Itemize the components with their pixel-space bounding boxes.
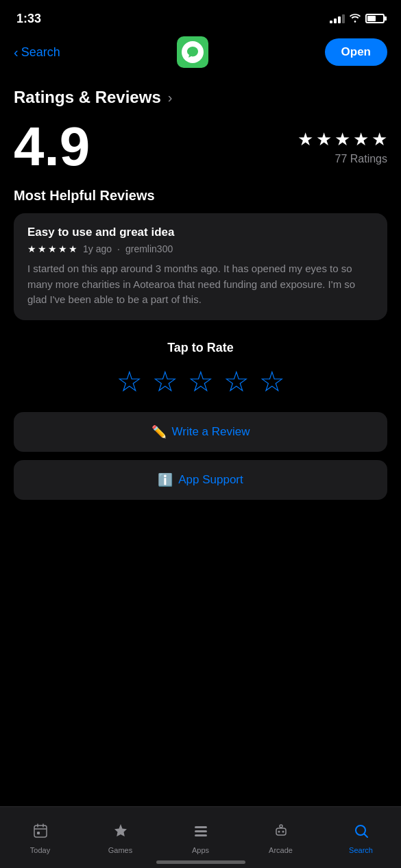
wifi-icon: [349, 13, 361, 25]
arcade-label: Arcade: [269, 846, 293, 854]
review-meta: ★ ★ ★ ★ ★ 1y ago · gremlin300: [27, 243, 374, 254]
tap-stars-row[interactable]: ☆ ☆ ☆ ☆ ☆: [14, 365, 387, 398]
ratings-chevron-icon: ›: [168, 90, 173, 106]
review-stars: ★ ★ ★ ★ ★: [27, 243, 77, 254]
rating-right: ★ ★ ★ ★ ★ 77 Ratings: [297, 129, 387, 165]
app-support-label: App Support: [178, 473, 243, 487]
tab-search[interactable]: Search: [321, 823, 401, 854]
write-review-button[interactable]: ✏️ Write a Review: [14, 412, 387, 452]
tap-star-5[interactable]: ☆: [259, 365, 285, 398]
review-star-5: ★: [69, 243, 77, 254]
status-icons: [330, 13, 385, 25]
svg-rect-7: [195, 830, 207, 832]
tab-apps[interactable]: Apps: [160, 823, 241, 854]
ratings-reviews-header[interactable]: Ratings & Reviews ›: [14, 88, 387, 107]
review-card: Easy to use and great idea ★ ★ ★ ★ ★ 1y …: [14, 213, 387, 320]
status-time: 1:33: [16, 12, 41, 26]
most-helpful-label: Most Helpful Reviews: [14, 188, 387, 204]
tab-arcade[interactable]: Arcade: [241, 823, 321, 854]
rating-score-row: 4.9 ★ ★ ★ ★ ★ 77 Ratings: [14, 119, 387, 174]
ratings-reviews-title: Ratings & Reviews: [14, 88, 161, 107]
home-indicator: [156, 860, 245, 864]
search-icon: [353, 823, 369, 843]
review-date: 1y ago: [83, 243, 112, 254]
battery-icon: [365, 14, 385, 23]
search-label: Search: [349, 846, 373, 854]
app-icon-svg: [180, 40, 205, 64]
back-label: Search: [21, 45, 60, 60]
svg-rect-6: [195, 826, 207, 828]
games-label: Games: [108, 846, 132, 854]
review-author: gremlin300: [125, 243, 173, 254]
svg-rect-1: [34, 825, 47, 837]
review-star-3: ★: [48, 243, 57, 254]
open-button[interactable]: Open: [325, 38, 387, 66]
tap-star-3[interactable]: ☆: [188, 365, 214, 398]
star-1: ★: [297, 129, 313, 150]
star-5: ★: [372, 129, 387, 150]
tap-star-2[interactable]: ☆: [152, 365, 178, 398]
svg-line-15: [364, 834, 367, 838]
svg-point-10: [280, 825, 282, 828]
svg-rect-8: [195, 834, 207, 836]
main-content: Ratings & Reviews › 4.9 ★ ★ ★ ★ ★ 77 Rat…: [0, 74, 401, 577]
rating-number: 4.9: [14, 119, 90, 174]
tap-to-rate-section: Tap to Rate ☆ ☆ ☆ ☆ ☆: [14, 341, 387, 398]
app-icon: [177, 36, 208, 68]
apps-icon: [193, 823, 209, 843]
svg-point-12: [278, 831, 280, 833]
review-star-1: ★: [27, 243, 36, 254]
app-support-button[interactable]: ℹ️ App Support: [14, 460, 387, 500]
tab-bar: Today Games Apps: [0, 806, 401, 868]
svg-point-13: [282, 831, 284, 833]
signal-icon: [330, 14, 345, 23]
tab-games[interactable]: Games: [80, 823, 160, 854]
svg-rect-5: [37, 832, 40, 834]
review-body: I started on this app around 3 months ag…: [27, 261, 374, 308]
tab-today[interactable]: Today: [0, 823, 80, 854]
review-dot: ·: [117, 243, 120, 254]
status-bar: 1:33: [0, 0, 401, 33]
arcade-icon: [273, 823, 289, 843]
tap-star-4[interactable]: ☆: [223, 365, 250, 398]
svg-rect-9: [276, 828, 286, 835]
tap-star-1[interactable]: ☆: [117, 365, 143, 398]
review-star-4: ★: [58, 243, 67, 254]
ratings-count: 77 Ratings: [335, 153, 388, 165]
tap-to-rate-label: Tap to Rate: [14, 341, 387, 355]
today-label: Today: [30, 846, 50, 854]
write-review-icon: ✏️: [151, 424, 167, 439]
nav-bar: ‹ Search Open: [0, 33, 401, 74]
review-star-2: ★: [38, 243, 47, 254]
review-title: Easy to use and great idea: [27, 226, 374, 239]
write-review-label: Write a Review: [172, 425, 250, 439]
today-icon: [32, 823, 49, 843]
games-icon: [112, 823, 129, 843]
back-chevron-icon: ‹: [14, 45, 19, 60]
app-support-icon: ℹ️: [158, 472, 173, 487]
apps-label: Apps: [192, 846, 209, 854]
star-3: ★: [335, 129, 350, 150]
back-button[interactable]: ‹ Search: [14, 45, 60, 60]
star-2: ★: [316, 129, 332, 150]
star-4: ★: [353, 129, 369, 150]
rating-stars: ★ ★ ★ ★ ★: [297, 129, 387, 150]
